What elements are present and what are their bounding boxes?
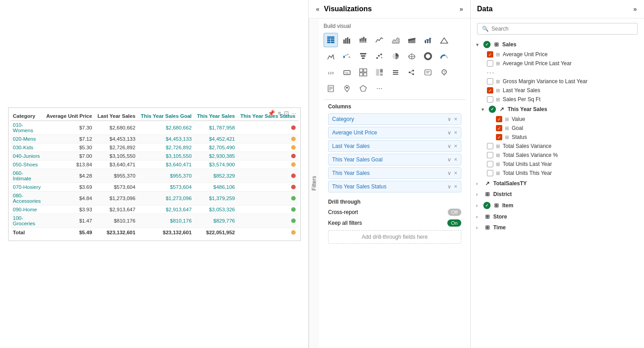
area-chart-icon[interactable]: [388, 33, 403, 47]
close-icon[interactable]: ×: [454, 156, 457, 163]
chevron-down-icon[interactable]: ∨: [447, 116, 451, 122]
tree-item-total-sales-variance-pct[interactable]: ⊞ Total Sales Variance %: [474, 151, 640, 160]
total-units-ly-checkbox[interactable]: [487, 161, 493, 167]
time-header[interactable]: › ⊞ Time: [474, 223, 640, 232]
avg-unit-price-ly-checkbox[interactable]: [487, 60, 493, 67]
filters-sidebar[interactable]: Filters: [309, 18, 319, 348]
keep-filters-toggle[interactable]: On: [447, 219, 461, 227]
svg-rect-17: [365, 38, 366, 41]
expand-icon[interactable]: ⊡: [284, 110, 289, 116]
tree-item-avg-unit-price[interactable]: ✓ ⊞ Average Unit Price: [474, 50, 640, 59]
cell-status: [238, 205, 298, 214]
store-header[interactable]: › ⊞ Store: [474, 212, 640, 222]
tree-item-total-units-ty[interactable]: ⊞ Total Units This Year: [474, 169, 640, 178]
avg-unit-price-checkbox[interactable]: ✓: [487, 51, 493, 58]
matrix-icon[interactable]: [356, 65, 370, 80]
close-icon[interactable]: ×: [454, 143, 457, 149]
total-sales-variance-pct-checkbox[interactable]: [487, 152, 493, 158]
field-pill[interactable]: Average Unit Price ∨ ×: [328, 127, 461, 138]
card-icon[interactable]: Aa: [340, 65, 354, 80]
treemap-icon[interactable]: [372, 65, 387, 80]
add-drill-field[interactable]: Add drill-through fields here: [328, 230, 461, 244]
item-header[interactable]: › ✓ ⊞ Item: [474, 200, 640, 211]
tree-item-total-units-ly[interactable]: ⊞ Total Units Last Year: [474, 160, 640, 169]
keep-filters-value[interactable]: On: [447, 219, 461, 227]
donut-icon[interactable]: [421, 49, 435, 63]
viz-collapse-arrow[interactable]: «: [315, 4, 320, 13]
stacked-bar-icon[interactable]: [356, 33, 370, 47]
tree-item-last-year-sales[interactable]: ✓ ⊞ Last Year Sales: [474, 86, 640, 95]
tree-group-district: › ⊞ District: [474, 189, 640, 199]
tree-group-sales-header[interactable]: ▾ ✓ ⊞ Sales: [474, 39, 640, 50]
gauge-icon[interactable]: [437, 49, 451, 63]
bar-chart-icon[interactable]: [340, 33, 354, 47]
more-icon[interactable]: ···: [292, 110, 297, 116]
waterfall-icon[interactable]: [340, 49, 354, 63]
chevron-down-icon[interactable]: ∨: [447, 170, 451, 176]
field-pill[interactable]: Last Year Sales ∨ ×: [328, 140, 461, 152]
sales-per-sqft-checkbox[interactable]: [487, 96, 493, 103]
totalsalesty-header[interactable]: › ↗ TotalSalesTY: [474, 178, 640, 188]
stacked-area-icon[interactable]: [405, 33, 419, 47]
menu-icon[interactable]: ≡: [278, 110, 281, 116]
paginated-icon[interactable]: [324, 81, 338, 96]
chevron-down-icon[interactable]: ∨: [447, 156, 451, 163]
total-sales-variance-checkbox[interactable]: [487, 143, 493, 149]
azure-map-icon[interactable]: [340, 81, 354, 96]
field-pill[interactable]: This Year Sales Status ∨ ×: [328, 181, 461, 192]
close-icon[interactable]: ×: [454, 116, 457, 122]
more-visuals-icon[interactable]: ···: [372, 81, 387, 96]
district-header[interactable]: › ⊞ District: [474, 189, 640, 199]
slicer-icon[interactable]: [388, 65, 403, 80]
close-icon[interactable]: ×: [454, 170, 457, 176]
map-icon[interactable]: [405, 49, 419, 63]
tree-item-gross-margin[interactable]: ⊞ Gross Margin Variance to Last Year: [474, 77, 640, 86]
scatter-icon[interactable]: [372, 49, 387, 63]
last-year-sales-checkbox[interactable]: ✓: [487, 87, 493, 94]
chevron-down-icon[interactable]: ∨: [447, 183, 451, 190]
gross-margin-checkbox[interactable]: [487, 78, 493, 85]
this-year-sales-header[interactable]: ▾ ✓ ↗ This Year Sales: [474, 104, 640, 115]
close-icon[interactable]: ×: [454, 183, 457, 190]
close-icon[interactable]: ×: [454, 129, 457, 136]
cross-report-value[interactable]: Off: [448, 209, 461, 216]
field-pill[interactable]: This Year Sales ∨ ×: [328, 167, 461, 179]
item-badge: ✓: [483, 202, 491, 209]
value-checkbox[interactable]: ✓: [496, 116, 502, 122]
decomp-tree-icon[interactable]: [405, 65, 419, 80]
tree-item-sales-per-sqft[interactable]: ⊞ Sales Per Sq Ft: [474, 95, 640, 104]
viz-expand-arrow[interactable]: »: [459, 4, 464, 13]
tree-item-total-sales-variance[interactable]: ⊞ Total Sales Variance: [474, 142, 640, 151]
tree-item-goal[interactable]: ✓ ⊞ Goal: [474, 124, 640, 133]
qna-icon[interactable]: ?: [437, 65, 451, 80]
kpi-icon[interactable]: 123: [324, 65, 338, 80]
tree-group-time: › ⊞ Time: [474, 223, 640, 232]
chevron-down-icon[interactable]: ∨: [447, 143, 451, 149]
tree-item-value[interactable]: ✓ ⊞ Value: [474, 115, 640, 124]
shape-map-icon[interactable]: [356, 81, 370, 96]
narrative-icon[interactable]: [421, 65, 435, 80]
status-checkbox[interactable]: ✓: [496, 134, 502, 140]
store-group-icon: ⊞: [485, 214, 490, 220]
data-expand-arrow[interactable]: »: [632, 4, 638, 13]
field-pill-label: This Year Sales Goal: [332, 156, 383, 163]
chevron-down-icon[interactable]: ∨: [447, 129, 451, 136]
total-units-ty-label: Total Units This Year: [503, 170, 552, 176]
pin-icon[interactable]: 📌: [268, 110, 275, 116]
table-viz-icon[interactable]: [324, 33, 338, 47]
field-pill[interactable]: This Year Sales Goal ∨ ×: [328, 154, 461, 165]
line-chart-icon[interactable]: [372, 33, 387, 47]
search-input[interactable]: [491, 26, 633, 32]
ribbon-chart-icon[interactable]: [324, 49, 338, 63]
total-units-ty-checkbox[interactable]: [487, 170, 493, 176]
tree-item-status[interactable]: ✓ ⊞ Status: [474, 133, 640, 142]
cross-report-toggle[interactable]: Off: [448, 209, 461, 216]
pie-chart-icon[interactable]: [388, 49, 403, 63]
field-pill[interactable]: Category ∨ ×: [328, 113, 461, 125]
goal-checkbox[interactable]: ✓: [496, 125, 502, 131]
funnel-icon[interactable]: [356, 49, 370, 63]
col-ty-sales-goal: This Year Sales Goal: [138, 112, 194, 121]
tree-item-avg-unit-price-ly[interactable]: ⊞ Average Unit Price Last Year: [474, 59, 640, 68]
combo-chart-icon[interactable]: [421, 33, 435, 47]
mountain-chart-icon[interactable]: [437, 33, 451, 47]
